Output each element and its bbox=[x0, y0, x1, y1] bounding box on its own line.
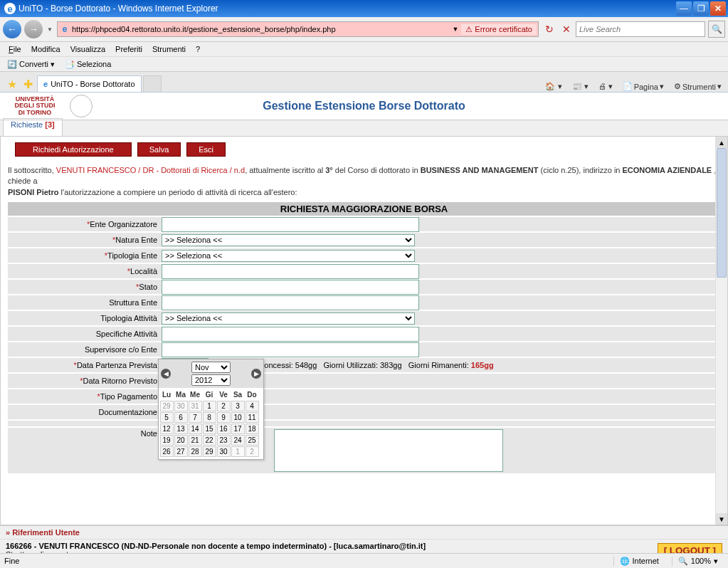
favorites-star-icon[interactable]: ★ bbox=[4, 76, 20, 92]
dp-day[interactable]: 16 bbox=[217, 424, 231, 434]
forward-button[interactable]: → bbox=[24, 20, 43, 38]
dp-day[interactable]: 24 bbox=[231, 435, 245, 446]
page-menu[interactable]: 📄 Pagina ▾ bbox=[621, 81, 666, 92]
input-ente-org[interactable] bbox=[162, 217, 419, 232]
dp-day[interactable]: 29 bbox=[203, 446, 216, 457]
dp-weekday: Sa bbox=[231, 389, 245, 400]
zoom-control[interactable]: 🔍100% ▾ bbox=[672, 557, 724, 566]
stop-button[interactable]: ✕ bbox=[560, 21, 573, 37]
scroll-thumb[interactable] bbox=[717, 148, 727, 278]
scroll-up-button[interactable]: ▲ bbox=[716, 137, 727, 148]
dp-day[interactable]: 30 bbox=[174, 401, 188, 411]
menu-favorites[interactable]: Preferiti bbox=[111, 43, 147, 55]
date-picker-popup: ◀ Nov 2012 ▶ LuMaMeGiVeSaDo2930311234567… bbox=[158, 359, 264, 460]
select-natura-ente[interactable]: >> Seleziona << bbox=[162, 234, 415, 246]
menu-bar: FFileile Modifica Visualizza Preferiti S… bbox=[0, 42, 728, 57]
url-input[interactable] bbox=[70, 24, 449, 34]
dp-day[interactable]: 25 bbox=[246, 435, 259, 446]
input-struttura-ente[interactable] bbox=[162, 295, 419, 310]
days-info: Giorni Concessi: 548gg Giorni Utilizzati… bbox=[236, 361, 494, 369]
tab-favicon: e bbox=[43, 80, 48, 88]
dp-day[interactable]: 26 bbox=[160, 446, 174, 457]
scroll-down-button[interactable]: ▼ bbox=[716, 513, 727, 525]
maximize-button[interactable]: ❐ bbox=[693, 1, 709, 16]
dp-day[interactable]: 9 bbox=[217, 412, 231, 423]
new-tab-button[interactable] bbox=[143, 75, 162, 92]
datepicker-prev-button[interactable]: ◀ bbox=[161, 369, 171, 379]
select-button[interactable]: 📑Seleziona bbox=[62, 59, 114, 70]
lbl-tipologia-att: Tipologia Attività bbox=[100, 314, 157, 322]
dp-day[interactable]: 11 bbox=[246, 412, 259, 423]
riferimenti-utente-header[interactable]: » Riferimenti Utente bbox=[0, 525, 728, 539]
convert-button[interactable]: 🔄Converti ▾ bbox=[4, 59, 58, 70]
dp-day[interactable]: 7 bbox=[189, 412, 202, 423]
search-button[interactable]: 🔍 bbox=[708, 21, 725, 38]
dp-day[interactable]: 22 bbox=[203, 435, 216, 446]
dp-day[interactable]: 27 bbox=[174, 446, 188, 457]
security-zone[interactable]: 🌐Internet bbox=[613, 557, 665, 566]
dp-day[interactable]: 6 bbox=[174, 412, 188, 423]
select-tipologia-ente[interactable]: >> Seleziona << bbox=[162, 250, 415, 262]
textarea-note[interactable] bbox=[274, 429, 503, 472]
input-specifiche-att[interactable] bbox=[162, 327, 419, 342]
menu-edit[interactable]: Modifica bbox=[27, 43, 65, 55]
datepicker-year-select[interactable]: 2012 bbox=[191, 374, 231, 386]
dp-day[interactable]: 4 bbox=[246, 401, 259, 411]
dp-day[interactable]: 5 bbox=[160, 412, 174, 423]
dp-day[interactable]: 1 bbox=[203, 401, 216, 411]
cert-error-button[interactable]: ⚠Errore certificato bbox=[461, 24, 537, 35]
request-auth-button[interactable]: Richiedi Autorizzazione bbox=[15, 142, 132, 157]
datepicker-month-select[interactable]: Nov bbox=[191, 362, 231, 373]
vertical-scrollbar[interactable]: ▲ ▼ bbox=[715, 137, 727, 525]
dp-day[interactable]: 23 bbox=[217, 435, 231, 446]
input-localita[interactable] bbox=[162, 264, 419, 279]
input-supervisore[interactable] bbox=[162, 342, 419, 357]
dp-day[interactable]: 3 bbox=[231, 401, 245, 411]
exit-button[interactable]: Esci bbox=[186, 142, 226, 157]
address-bar[interactable]: e ▼ ⚠Errore certificato bbox=[57, 21, 539, 37]
add-favorites-icon[interactable]: ✚ bbox=[20, 76, 36, 92]
lbl-supervisore: Supervisore c/o Ente bbox=[85, 345, 157, 354]
refresh-button[interactable]: ↻ bbox=[542, 21, 557, 37]
feeds-button[interactable]: 📰 ▾ bbox=[570, 81, 591, 92]
back-button[interactable]: ← bbox=[3, 20, 21, 38]
menu-view[interactable]: Visualizza bbox=[66, 43, 110, 55]
datepicker-next-button[interactable]: ▶ bbox=[251, 369, 261, 379]
dp-day[interactable]: 28 bbox=[189, 446, 202, 457]
dp-day[interactable]: 31 bbox=[189, 401, 202, 411]
select-tipologia-att[interactable]: >> Seleziona << bbox=[162, 312, 415, 325]
search-box[interactable] bbox=[576, 21, 705, 37]
dp-day[interactable]: 13 bbox=[174, 424, 188, 434]
search-input[interactable] bbox=[576, 25, 705, 33]
minimize-button[interactable]: — bbox=[676, 1, 692, 16]
dp-day[interactable]: 2 bbox=[246, 446, 259, 457]
tab-richieste[interactable]: Richieste [3] bbox=[3, 118, 63, 136]
menu-file[interactable]: FFileile bbox=[4, 43, 26, 55]
print-button[interactable]: 🖨 ▾ bbox=[596, 81, 615, 92]
dp-day[interactable]: 21 bbox=[189, 435, 202, 446]
dp-day[interactable]: 29 bbox=[160, 401, 174, 411]
input-stato[interactable] bbox=[162, 280, 419, 295]
tools-menu[interactable]: ⚙ Strumenti ▾ bbox=[672, 81, 724, 92]
dp-day[interactable]: 18 bbox=[246, 424, 259, 434]
dp-day[interactable]: 20 bbox=[174, 435, 188, 446]
dp-day[interactable]: 19 bbox=[160, 435, 174, 446]
dp-day[interactable]: 17 bbox=[231, 424, 245, 434]
dp-day[interactable]: 8 bbox=[203, 412, 216, 423]
dp-day[interactable]: 14 bbox=[189, 424, 202, 434]
dp-day[interactable]: 2 bbox=[217, 401, 231, 411]
dp-day[interactable]: 30 bbox=[217, 446, 231, 457]
home-button[interactable]: 🏠 ▾ bbox=[543, 81, 564, 92]
close-button[interactable]: ✕ bbox=[710, 1, 726, 16]
menu-help[interactable]: ? bbox=[191, 43, 204, 55]
dp-day[interactable]: 12 bbox=[160, 424, 174, 434]
nav-history-dropdown[interactable]: ▼ bbox=[46, 20, 54, 38]
dp-day[interactable]: 1 bbox=[231, 446, 245, 457]
browser-tab[interactable]: e UniTO - Borse Dottorato bbox=[37, 75, 142, 92]
dp-day[interactable]: 15 bbox=[203, 424, 216, 434]
save-button[interactable]: Salva bbox=[137, 142, 181, 157]
addr-dropdown-icon[interactable]: ▼ bbox=[449, 26, 461, 33]
menu-tools[interactable]: Strumenti bbox=[148, 43, 190, 55]
dp-day[interactable]: 10 bbox=[231, 412, 245, 423]
lbl-specifiche-att: Specifiche Attività bbox=[96, 330, 157, 338]
